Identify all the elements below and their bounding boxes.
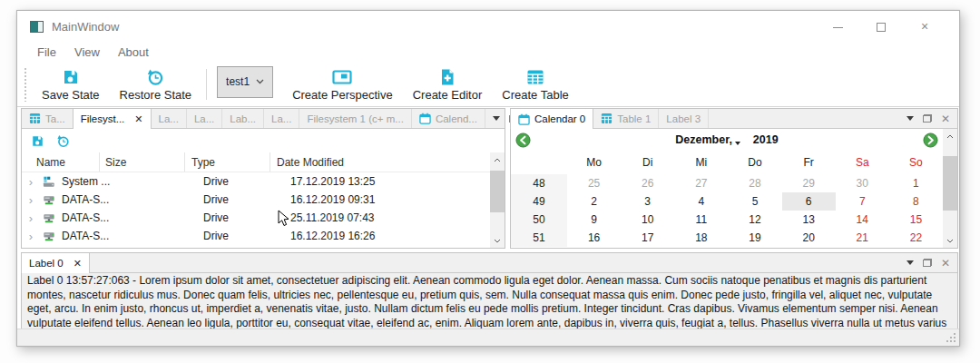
calendar-day[interactable]: 22 — [889, 229, 943, 247]
restore-icon[interactable] — [56, 134, 70, 148]
calendar-day[interactable]: 8 — [889, 192, 943, 211]
column-size[interactable]: Size — [100, 152, 185, 172]
float-icon[interactable] — [923, 259, 932, 267]
prev-month-icon[interactable] — [515, 132, 531, 148]
scroll-up-icon[interactable] — [943, 129, 957, 143]
day-header: Mi — [674, 151, 728, 174]
tree-row-system-drive[interactable]: › System ... Drive 17.12.2019 13:25 — [22, 172, 490, 191]
file-name: DATA-S... — [62, 193, 98, 206]
calendar-day[interactable]: 9 — [567, 211, 621, 229]
tab-table[interactable]: Ta... — [22, 109, 74, 128]
calendar-day[interactable]: 12 — [728, 211, 781, 229]
scroll-down-icon[interactable] — [490, 233, 505, 248]
calendar-day[interactable]: 18 — [674, 229, 728, 247]
scroll-track[interactable] — [490, 167, 505, 233]
restore-icon — [146, 68, 164, 86]
year-button[interactable]: 2019 — [753, 133, 779, 146]
dock-close-icon[interactable]: ✕ — [941, 113, 950, 124]
tab-calendar[interactable]: Calend... — [412, 109, 485, 128]
tab-label-1[interactable]: La... — [152, 109, 187, 128]
week-number: 49 — [511, 192, 567, 211]
tab-label-3[interactable]: Lab... — [222, 109, 264, 128]
tab-filesystem-active[interactable]: Filesyst... ✕ — [74, 109, 152, 129]
calendar-day[interactable]: 17 — [621, 229, 674, 247]
expander-icon[interactable]: › — [25, 194, 36, 206]
tab-close-icon[interactable]: ✕ — [74, 258, 82, 270]
calendar-day[interactable]: 28 — [728, 174, 781, 192]
maximize-button[interactable] — [859, 13, 903, 40]
calendar-day[interactable]: 15 — [889, 211, 943, 229]
menu-about[interactable]: About — [109, 44, 158, 61]
calendar-day[interactable]: 25 — [567, 174, 621, 192]
tab-calendar-0[interactable]: Calendar 0 — [511, 109, 593, 129]
toolbar-drag-handle[interactable] — [24, 67, 28, 102]
expander-icon[interactable]: › — [25, 231, 36, 242]
calendar-day-selected[interactable]: 6 — [782, 192, 836, 211]
tab-label-2[interactable]: La... — [187, 109, 222, 128]
tree-row-network-drive[interactable]: › DATA-S... Drive 25.11.2019 07:43 — [22, 209, 490, 227]
scroll-thumb[interactable] — [490, 171, 505, 212]
calendar-nav: Dezember, 2019 — [511, 129, 943, 151]
expander-icon[interactable]: › — [25, 212, 36, 224]
restore-state-button[interactable]: Restore State — [110, 66, 202, 103]
calendar-day[interactable]: 19 — [728, 229, 781, 247]
calendar-day[interactable]: 26 — [621, 174, 674, 192]
calendar-day[interactable]: 30 — [836, 174, 889, 192]
tree-row-network-drive[interactable]: › DATA-S... Drive 16.12.2019 09:31 — [22, 191, 490, 209]
tab-label-3[interactable]: Label 3 — [659, 109, 709, 128]
calendar-day[interactable]: 29 — [782, 174, 836, 192]
tree-row-network-drive[interactable]: › DATA-S... Drive 16.12.2019 16:26 — [22, 227, 490, 245]
system-drive-icon — [42, 175, 56, 189]
float-icon[interactable] — [923, 114, 932, 123]
save-state-button[interactable]: Save State — [32, 66, 110, 103]
dock-close-icon[interactable]: ✕ — [941, 258, 950, 269]
next-month-icon[interactable] — [923, 132, 938, 148]
calendar-day[interactable]: 27 — [674, 174, 728, 192]
vertical-scrollbar[interactable] — [490, 152, 505, 248]
menu-file[interactable]: File — [28, 44, 65, 61]
scroll-up-icon[interactable] — [490, 152, 505, 167]
close-button[interactable]: × — [903, 13, 946, 40]
tab-menu-icon[interactable] — [493, 116, 500, 121]
calendar-day[interactable]: 5 — [728, 192, 781, 211]
column-type[interactable]: Type — [185, 152, 270, 172]
tab-close-icon[interactable]: ✕ — [134, 113, 142, 125]
create-table-button[interactable]: Create Table — [492, 66, 578, 103]
calendar-day[interactable]: 20 — [782, 229, 836, 247]
tab-menu-icon[interactable] — [906, 116, 914, 121]
calendar-day[interactable]: 21 — [836, 229, 889, 247]
scroll-down-icon[interactable] — [943, 233, 957, 248]
calendar-day[interactable]: 10 — [621, 211, 674, 229]
calendar-day[interactable]: 13 — [782, 211, 836, 229]
scroll-thumb[interactable] — [943, 156, 957, 211]
calendar-day[interactable]: 4 — [674, 192, 728, 211]
perspective-combobox[interactable]: test1 — [217, 66, 273, 98]
calendar-day[interactable]: 11 — [674, 211, 728, 229]
minimize-button[interactable] — [816, 13, 859, 40]
tab-label-0[interactable]: Label 0 ✕ — [22, 253, 90, 273]
calendar-day[interactable]: 14 — [836, 211, 889, 229]
calendar-day[interactable]: 1 — [889, 174, 943, 192]
month-button[interactable]: Dezember, — [675, 133, 740, 146]
tab-menu-icon[interactable] — [906, 260, 914, 265]
create-editor-label: Create Editor — [413, 88, 483, 102]
save-icon[interactable] — [31, 134, 44, 148]
tab-filesystem-1[interactable]: Filesystem 1 (c+ m... — [299, 109, 411, 128]
create-editor-button[interactable]: Create Editor — [403, 66, 493, 103]
menu-view[interactable]: View — [65, 44, 109, 61]
resize-grip-icon[interactable] — [946, 332, 956, 343]
title-bar[interactable]: MainWindow × — [17, 11, 959, 42]
scroll-track[interactable] — [943, 143, 957, 233]
calendar-day[interactable]: 7 — [836, 192, 889, 211]
calendar-day[interactable]: 3 — [621, 192, 674, 211]
column-name[interactable]: Name — [22, 152, 100, 172]
expander-icon[interactable]: › — [25, 176, 36, 188]
tab-table-1[interactable]: Table 1 — [593, 109, 659, 128]
vertical-scrollbar[interactable] — [943, 129, 957, 248]
tab-label-4[interactable]: La... — [264, 109, 299, 128]
calendar-day[interactable]: 2 — [567, 192, 621, 211]
create-perspective-button[interactable]: Create Perspective — [282, 66, 403, 103]
calendar-title: Dezember, 2019 — [531, 133, 923, 146]
column-date-modified[interactable]: Date Modified — [270, 152, 490, 172]
calendar-day[interactable]: 16 — [567, 229, 621, 247]
